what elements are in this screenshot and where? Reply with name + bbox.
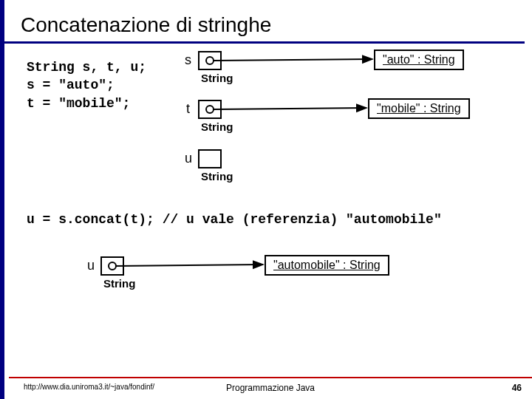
var-t-type: String xyxy=(201,120,233,133)
obj-s-box: "auto" : String xyxy=(374,50,464,70)
var-s-type: String xyxy=(201,72,233,84)
var-u-top-type: String xyxy=(201,170,233,183)
svg-line-6 xyxy=(116,265,263,266)
var-u-bottom-box xyxy=(100,256,124,276)
footer: http://www.dia.uniroma3.it/~java/fondinf… xyxy=(9,377,532,399)
var-t-label: t xyxy=(186,101,190,117)
page-number: 46 xyxy=(512,383,522,393)
var-u-top-box xyxy=(198,149,222,168)
obj-t-box: "mobile" : String xyxy=(368,98,470,119)
footer-title: Programmazione Java xyxy=(9,383,532,393)
obj-u-bottom-box: "automobile" : String xyxy=(265,255,389,276)
code-concat: u = s.concat(t); // u vale (referenzia) … xyxy=(27,212,442,227)
var-t-box xyxy=(198,100,222,119)
var-u-bottom-label: u xyxy=(87,258,95,273)
var-s-box xyxy=(198,51,222,70)
var-u-bottom-type: String xyxy=(103,277,135,290)
slide-content: String s, t, u; s = "auto"; t = "mobile"… xyxy=(4,44,532,361)
var-s-label: s xyxy=(185,52,191,68)
var-u-top-label: u xyxy=(185,151,192,166)
slide-title: Concatenazione di stringhe xyxy=(4,0,532,41)
